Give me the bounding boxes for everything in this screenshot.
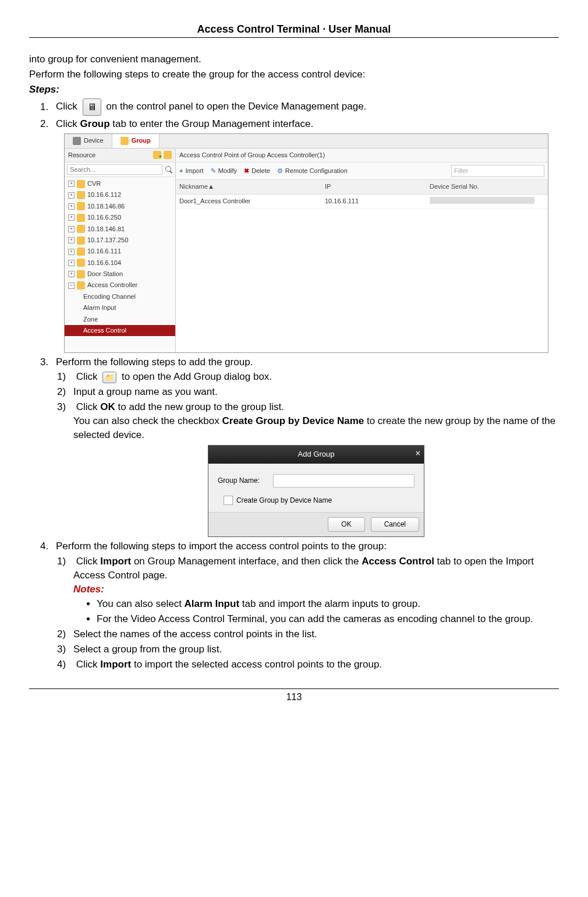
tree-item[interactable]: +10.17.137.250 <box>65 235 175 246</box>
tree-item[interactable]: Encoding Channel <box>65 291 175 302</box>
add-group-icon[interactable] <box>153 151 161 159</box>
page-number: 113 <box>29 692 559 702</box>
cell-ip: 10.16.6.111 <box>325 197 430 206</box>
import-button[interactable]: +Import <box>179 167 204 175</box>
tab-device[interactable]: Device <box>65 134 112 147</box>
step-3-1: Click 📁 to open the Add Group dialog box… <box>69 370 559 384</box>
group-name-input[interactable] <box>273 474 415 488</box>
step-4: Perform the following steps to import th… <box>51 539 559 671</box>
cell-nickname: Door1_Access Controller <box>179 197 325 206</box>
gear-icon: ⚙ <box>277 167 283 175</box>
filter-input[interactable]: Filter <box>451 165 544 177</box>
table-header: Nickname▲ IP Device Serial No. <box>176 180 548 194</box>
tree-item[interactable]: +10.16.6.104 <box>65 257 175 269</box>
tree-item[interactable]: +10.16.6.250 <box>65 212 175 223</box>
footer-divider <box>29 688 559 689</box>
resource-tree: +CVR +10.16.6.112 +10.18.146.86 +10.16.6… <box>65 177 175 352</box>
modify-button[interactable]: ✎Modify <box>211 167 237 175</box>
folder-icon <box>121 137 129 145</box>
remote-config-button[interactable]: ⚙Remote Configuration <box>277 167 348 175</box>
step-3-3: Click OK to add the new group to the gro… <box>69 400 559 537</box>
tree-item[interactable]: +10.16.6.112 <box>65 189 175 200</box>
step-4-4: Click Import to import the selected acce… <box>69 658 559 672</box>
note-1: You can also select Alarm Input tab and … <box>97 597 559 611</box>
tree-item[interactable]: +10.18.146.81 <box>65 224 175 235</box>
toolbar: +Import ✎Modify ✖Delete ⚙Remote Configur… <box>176 163 548 180</box>
note-2: For the Video Access Control Terminal, y… <box>97 612 559 626</box>
notes-label: Notes: <box>73 584 104 595</box>
step-2: Click Group tab to enter the Group Manag… <box>51 117 559 352</box>
cancel-button[interactable]: Cancel <box>371 517 419 532</box>
page-header-title: Access Control Terminal · User Manual <box>29 23 559 36</box>
add-group-dialog: Add Group × Group Name: Create Group by … <box>208 445 424 537</box>
steps-label: Steps: <box>29 83 559 97</box>
cell-serial <box>430 197 544 206</box>
add-folder-icon[interactable]: 📁 <box>102 372 116 383</box>
tab-group[interactable]: Group <box>112 134 160 147</box>
table-row[interactable]: Door1_Access Controller 10.16.6.111 <box>176 195 548 209</box>
sort-asc-icon: ▲ <box>208 183 214 190</box>
search-input[interactable] <box>67 164 162 175</box>
tree-item[interactable]: +10.16.6.111 <box>65 246 175 257</box>
main-panel-title: Access Control Point of Group Access Con… <box>176 149 548 163</box>
delete-button[interactable]: ✖Delete <box>244 167 270 175</box>
plus-icon: + <box>179 167 183 175</box>
ok-button[interactable]: OK <box>328 517 364 532</box>
col-nickname[interactable]: Nickname▲ <box>179 182 325 191</box>
delete-icon: ✖ <box>244 167 249 175</box>
intro-line-2: Perform the following steps to create th… <box>29 68 559 82</box>
step-3: Perform the following steps to add the g… <box>51 355 559 538</box>
intro-line-1: into group for convenient management. <box>29 52 559 66</box>
tree-item[interactable]: Zone <box>65 314 175 325</box>
device-management-icon[interactable]: 🖥 <box>83 98 101 116</box>
tree-item[interactable]: −Access Controller <box>65 280 175 291</box>
group-management-screenshot: Device Group Resource <box>64 133 548 352</box>
header-divider <box>29 37 559 38</box>
col-ip[interactable]: IP <box>325 182 430 191</box>
step-4-2: Select the names of the access control p… <box>69 627 559 641</box>
tree-item[interactable]: +CVR <box>65 178 175 189</box>
modify-icon: ✎ <box>211 167 216 175</box>
tree-item[interactable]: +Door Station <box>65 269 175 280</box>
group-name-label: Group Name: <box>218 476 273 486</box>
step-3-2: Input a group name as you want. <box>69 385 559 399</box>
dialog-title: Add Group × <box>208 446 424 463</box>
device-icon <box>73 137 81 145</box>
sidebar-resource: Resource +CVR +10.16.6.112 +10.18.146. <box>65 149 176 352</box>
step-4-3: Select a group from the group list. <box>69 642 559 656</box>
col-serial[interactable]: Device Serial No. <box>430 182 544 191</box>
tree-item[interactable]: Alarm Input <box>65 302 175 313</box>
step-1: Click 🖥 on the control panel to open the… <box>51 98 559 116</box>
tree-item[interactable]: +10.18.146.86 <box>65 201 175 212</box>
search-icon[interactable] <box>165 165 173 174</box>
delete-group-icon[interactable] <box>164 151 172 159</box>
create-by-device-label: Create Group by Device Name <box>236 496 332 506</box>
create-by-device-checkbox[interactable] <box>224 496 233 505</box>
tree-item-selected[interactable]: Access Control <box>65 325 175 336</box>
close-icon[interactable]: × <box>416 448 420 460</box>
resource-label: Resource <box>68 151 95 160</box>
step-4-1: Click Import on Group Management interfa… <box>69 555 559 626</box>
